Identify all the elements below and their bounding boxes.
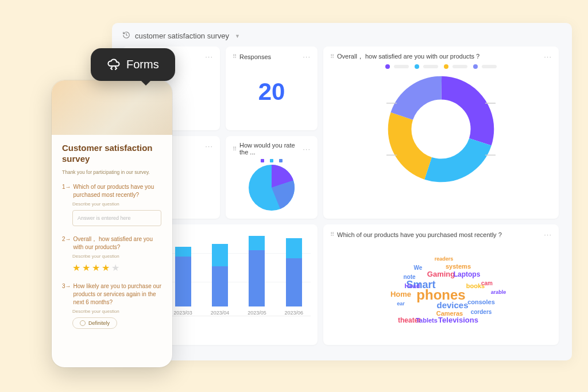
star-icon[interactable]: ★ (72, 262, 80, 273)
answer-input[interactable]: Answer is entered here (72, 210, 161, 226)
svg-text:devices: devices (436, 300, 468, 310)
forms-badge: Forms (91, 48, 175, 81)
svg-text:systems: systems (446, 263, 471, 270)
question-1: 1→ Which of our products have you purcha… (62, 183, 162, 226)
card-title: Which of our products have you purchased… (337, 231, 502, 238)
svg-text:Televisions: Televisions (438, 316, 478, 324)
responses-value: 20 (233, 78, 311, 106)
form-hero-image (52, 80, 172, 135)
question-2: 2→ Overall， how satisfied are you with o… (62, 235, 162, 273)
question-number: 1→ (62, 183, 71, 199)
card-title: How would you rate the ... (239, 142, 299, 156)
form-subtitle: Thank you for participating in our surve… (62, 169, 162, 175)
pie-chart (249, 165, 295, 211)
phone-mockup: Customer satisfaction survey Thank you f… (52, 80, 172, 367)
question-desc: Describe your question (72, 254, 162, 259)
more-icon[interactable]: ··· (544, 230, 552, 239)
drag-icon[interactable]: ⠿ (233, 146, 236, 152)
svg-text:Home: Home (390, 290, 411, 298)
star-icon[interactable]: ★ (92, 262, 100, 273)
question-text: Which of our products have you purchased… (74, 183, 162, 199)
more-icon[interactable]: ··· (205, 52, 213, 61)
option-button[interactable]: Definitely (72, 317, 117, 329)
svg-text:cam: cam (481, 280, 493, 286)
star-rating[interactable]: ★ ★ ★ ★ ★ (72, 262, 162, 273)
question-text: Overall， how satisfied are you with our … (74, 235, 162, 251)
more-icon[interactable]: ··· (544, 52, 552, 61)
star-icon[interactable]: ★ (102, 262, 110, 273)
svg-text:ear: ear (397, 301, 405, 306)
question-number: 3→ (62, 282, 71, 306)
svg-text:Head: Head (405, 282, 420, 289)
svg-text:Laptops: Laptops (454, 270, 481, 278)
svg-text:Cameras: Cameras (436, 310, 463, 317)
wordcloud: phonesSmartdevicesTelevisionsGamingLapto… (330, 242, 552, 340)
question-number: 2→ (62, 235, 71, 251)
svg-text:Gaming: Gaming (427, 270, 455, 278)
question-text: How likely are you to purchase our produ… (74, 282, 162, 306)
cloud-sync-icon (107, 56, 121, 73)
more-icon[interactable]: ··· (303, 52, 311, 61)
card-title: Responses (239, 53, 271, 60)
pie-legend (233, 159, 311, 162)
card-wordcloud: ⠿ Which of our products have you purchas… (323, 224, 559, 345)
drag-icon[interactable]: ⠿ (233, 53, 236, 60)
card-title: Overall， how satisfied are you with our … (337, 52, 479, 61)
svg-text:arable: arable (491, 289, 506, 295)
caret-down-icon[interactable]: ▼ (235, 33, 240, 39)
drag-icon[interactable]: ⠿ (330, 53, 334, 60)
dashboard-panel: customer satisfaction survey ▼ ⠿··· ⠿ Re… (112, 23, 572, 360)
more-icon[interactable]: ··· (205, 142, 213, 150)
badge-label: Forms (126, 58, 159, 71)
history-icon (122, 31, 130, 41)
star-icon[interactable]: ★ (111, 262, 119, 273)
dashboard-title: customer satisfaction survey (135, 32, 229, 40)
svg-text:We: We (414, 265, 423, 271)
star-icon[interactable]: ★ (82, 262, 90, 273)
form-title: Customer satisfaction survey (62, 143, 162, 165)
donut-legend (330, 64, 552, 69)
card-responses: ⠿ Responses ··· 20 (226, 46, 318, 130)
dashboard-header: customer satisfaction survey ▼ (122, 31, 562, 41)
question-desc: Describe your question (72, 201, 162, 207)
question-desc: Describe your question (72, 309, 162, 314)
card-pie: ⠿ How would you rate the ... ··· (226, 136, 318, 219)
donut-chart (386, 75, 496, 184)
card-donut: ⠿ Overall， how satisfied are you with ou… (323, 46, 559, 219)
svg-text:Tablets: Tablets (416, 317, 438, 324)
svg-text:readers: readers (435, 256, 454, 262)
more-icon[interactable]: ··· (303, 145, 311, 153)
drag-icon[interactable]: ⠿ (330, 231, 334, 238)
question-3: 3→ How likely are you to purchase our pr… (62, 282, 162, 329)
svg-text:corders: corders (471, 309, 492, 315)
svg-text:note: note (403, 274, 416, 280)
svg-text:consoles: consoles (467, 298, 495, 305)
